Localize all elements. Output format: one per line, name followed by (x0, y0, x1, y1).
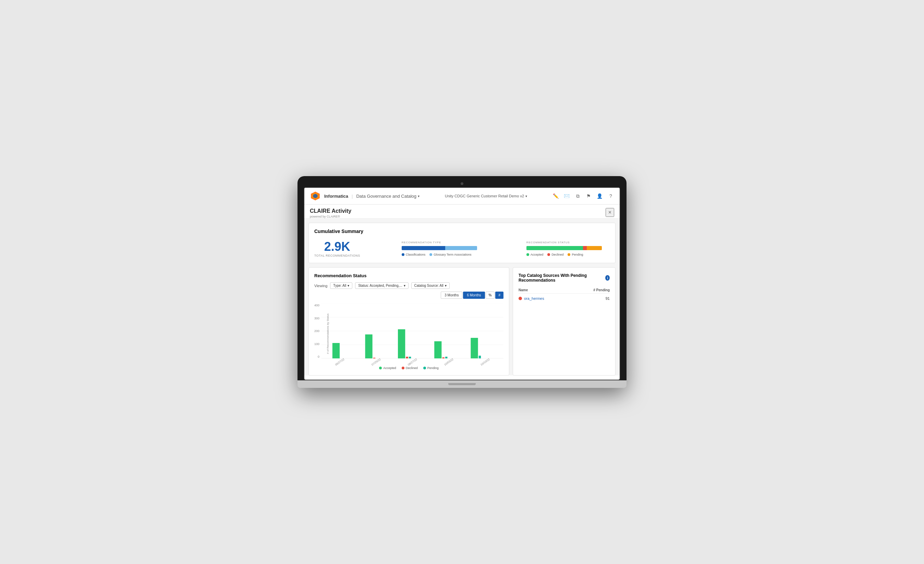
svg-rect-13 (406, 357, 408, 358)
copy-icon[interactable]: ⧉ (574, 193, 581, 200)
workspace-selector[interactable]: Unity CDGC Generic Customer Retail Demo … (445, 194, 527, 198)
cumulative-content: 2.9K TOTAL RECOMMENDATIONS RECOMMENDATIO… (314, 240, 610, 257)
hash-button[interactable]: # (495, 292, 504, 299)
source-status-dot (519, 297, 522, 300)
rec-type-label: RECOMMENDATION TYPE (402, 241, 485, 244)
laptop-screen: Informatica | Data Governance and Catalo… (304, 187, 620, 380)
rec-status-panel: Recommendation Status Viewing Type: All … (309, 267, 509, 375)
time-buttons: 3 Months 6 Months % # (441, 292, 504, 299)
total-number: 2.9K (314, 240, 360, 254)
source-link[interactable]: ora_hermes (519, 296, 574, 300)
type-filter-button[interactable]: Type: All ▾ (330, 282, 352, 289)
app-header: Informatica | Data Governance and Catalo… (304, 188, 620, 204)
dot-glossary (429, 253, 432, 256)
sources-table: Name # Pending ora_hermes (519, 287, 610, 303)
app-name: Informatica (324, 194, 348, 199)
chart-legend-accepted: Accepted (379, 366, 396, 370)
svg-rect-14 (409, 357, 411, 358)
svg-rect-12 (398, 329, 405, 358)
svg-rect-17 (445, 357, 447, 358)
rec-status-title: Recommendation Status (314, 273, 504, 278)
laptop-base (297, 380, 627, 388)
bar-glossary (445, 246, 477, 250)
rec-type-bar (402, 246, 477, 250)
legend-classifications: Classifications (402, 253, 426, 256)
chart-legend-declined: Declined (402, 366, 418, 370)
total-recommendations: 2.9K TOTAL RECOMMENDATIONS (314, 240, 360, 257)
dot-pending (567, 253, 570, 256)
laptop-notch (448, 383, 476, 385)
chart-body: # of Recommendations by Status (321, 304, 504, 363)
app-subtitle: Data Governance and Catalog ▾ (356, 194, 420, 199)
edit-icon[interactable]: ✏️ (552, 193, 560, 200)
rec-status-label: RECOMMENDATION STATUS (526, 241, 610, 244)
panel-title: CLAIRE Activity (310, 208, 351, 214)
separator: | (352, 194, 352, 199)
pending-count-cell: 91 (574, 294, 610, 304)
bottom-row: Recommendation Status Viewing Type: All … (309, 267, 615, 375)
top-sources-panel: Top Catalog Sources With Pending Recomme… (513, 267, 615, 375)
cumulative-title: Cumulative Summary (314, 228, 610, 234)
legend-glossary: Glossary Term Associations (429, 253, 471, 256)
chart-dot-pending (423, 367, 426, 369)
viewing-label: Viewing (314, 284, 327, 288)
camera (460, 182, 464, 185)
chart-legend-pending: Pending (423, 366, 439, 370)
header-actions: ✏️ ✉️ ⧉ ⚑ 👤 ? (552, 193, 614, 200)
rec-status-legend: Accepted Declined Pending (526, 253, 610, 256)
chart-legend: Accepted Declined Pending (314, 366, 504, 370)
svg-rect-16 (442, 357, 444, 358)
laptop-frame: Informatica | Data Governance and Catalo… (297, 176, 627, 388)
dot-classifications (402, 253, 404, 256)
header-left: Informatica | Data Governance and Catalo… (310, 190, 420, 201)
rec-status-bar (526, 246, 602, 250)
col-pending: # Pending (574, 287, 610, 294)
status-filter-button[interactable]: Status: Accepted, Pending,... ▾ (355, 282, 408, 289)
svg-rect-11 (373, 358, 375, 358)
info-icon: i (605, 275, 610, 280)
bar-classifications (402, 246, 446, 250)
dot-declined (548, 253, 550, 256)
user-icon[interactable]: 👤 (596, 193, 603, 200)
close-button[interactable]: × (606, 208, 614, 217)
sources-title: Top Catalog Sources With Pending Recomme… (519, 273, 610, 283)
percent-button[interactable]: % (486, 292, 495, 299)
legend-pending: Pending (567, 253, 583, 256)
rec-type-section: RECOMMENDATION TYPE Classifications (402, 241, 485, 256)
source-filter-button[interactable]: Catalog Source: All ▾ (411, 282, 450, 289)
table-row: ora_hermes 91 (519, 294, 610, 304)
rec-type-legend: Classifications Glossary Term Associatio… (402, 253, 485, 256)
6-months-button[interactable]: 6 Months (463, 292, 484, 299)
help-icon[interactable]: ? (608, 193, 614, 200)
total-label: TOTAL RECOMMENDATIONS (314, 254, 360, 257)
bar-chart-svg (321, 304, 504, 358)
x-axis-labels: 06/27/22 07/25/22 08/27/22 10/03/22 10/1… (321, 360, 504, 363)
flag-icon[interactable]: ⚑ (585, 193, 592, 200)
legend-accepted: Accepted (526, 253, 544, 256)
panel-subtitle: powered by CLAIRE® (310, 215, 351, 218)
mail-icon[interactable]: ✉️ (564, 193, 570, 200)
bar-pending (587, 246, 602, 250)
col-name: Name (519, 287, 574, 294)
chart-dot-declined (402, 367, 404, 369)
main-content: CLAIRE Activity powered by CLAIRE® × Cum… (304, 204, 620, 375)
3-months-button[interactable]: 3 Months (441, 292, 462, 299)
rec-status-section: RECOMMENDATION STATUS Accepted (526, 241, 610, 256)
y-axis-label: # of Recommendations by Status (326, 314, 329, 354)
svg-rect-10 (365, 334, 372, 358)
viewing-row: Viewing Type: All ▾ Status: Accepted, Pe… (314, 282, 504, 299)
svg-rect-15 (434, 341, 441, 358)
chart-dot-accepted (379, 367, 382, 369)
legend-declined: Declined (548, 253, 564, 256)
claire-panel-header: CLAIRE Activity powered by CLAIRE® × (304, 204, 620, 219)
informatica-logo (310, 190, 321, 201)
chart-container: 400 300 200 100 0 # of Recommendations b… (314, 304, 504, 363)
cumulative-summary-panel: Cumulative Summary 2.9K TOTAL RECOMMENDA… (309, 223, 615, 263)
svg-rect-18 (471, 338, 478, 358)
bar-accepted (526, 246, 583, 250)
y-axis: 400 300 200 100 0 (314, 304, 321, 358)
dot-accepted (526, 253, 529, 256)
svg-rect-9 (333, 343, 340, 358)
source-name-cell: ora_hermes (519, 294, 574, 304)
bar-declined (583, 246, 587, 250)
